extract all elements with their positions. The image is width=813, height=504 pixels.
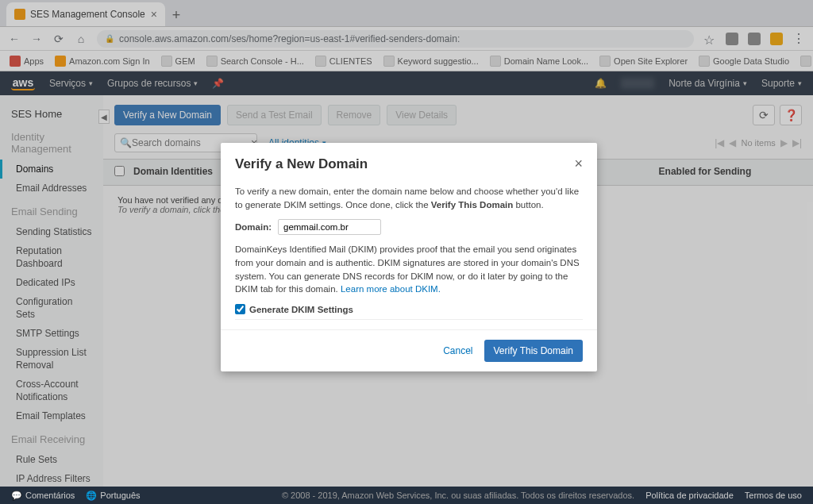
feedback-link[interactable]: 💬 Comentários [11,491,75,501]
close-icon[interactable]: × [574,156,583,172]
globe-icon: 🌐 [86,491,97,501]
dkim-description: DomainKeys Identified Mail (DKIM) provid… [235,243,583,296]
learn-dkim-link[interactable]: Learn more about DKIM. [341,284,441,294]
chat-icon: 💬 [11,491,22,501]
modal-intro: To verify a new domain, enter the domain… [235,185,583,211]
generate-dkim-label: Generate DKIM Settings [249,305,353,314]
cancel-button[interactable]: Cancel [443,345,472,356]
generate-dkim-checkbox[interactable] [235,304,245,314]
verify-this-domain-button[interactable]: Verify This Domain [484,340,583,362]
copyright: © 2008 - 2019, Amazon Web Services, Inc.… [282,491,634,500]
terms-link[interactable]: Termos de uso [745,491,802,500]
domain-label: Domain: [235,222,272,232]
domain-input[interactable] [278,219,381,235]
language-link[interactable]: 🌐 Português [86,491,140,501]
verify-domain-modal: Verify a New Domain × To verify a new do… [221,143,597,371]
modal-title: Verify a New Domain [235,156,368,172]
privacy-link[interactable]: Política de privacidade [645,491,734,500]
